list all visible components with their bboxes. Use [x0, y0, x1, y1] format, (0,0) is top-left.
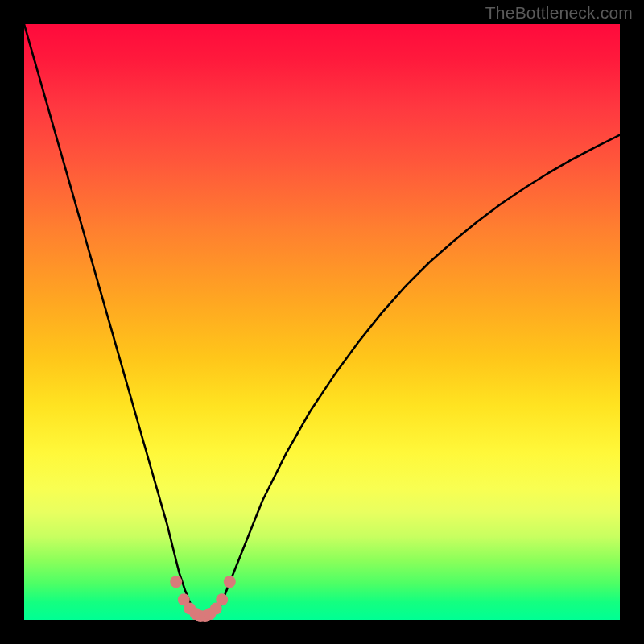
highlight-markers [170, 576, 236, 622]
marker-dot [216, 593, 228, 605]
watermark-text: TheBottleneck.com [485, 3, 633, 23]
bottleneck-curve [24, 24, 620, 617]
marker-dot [170, 576, 182, 588]
marker-dot [224, 576, 236, 588]
curve-svg [24, 24, 620, 620]
plot-area [24, 24, 620, 620]
chart-frame: TheBottleneck.com [0, 0, 644, 644]
